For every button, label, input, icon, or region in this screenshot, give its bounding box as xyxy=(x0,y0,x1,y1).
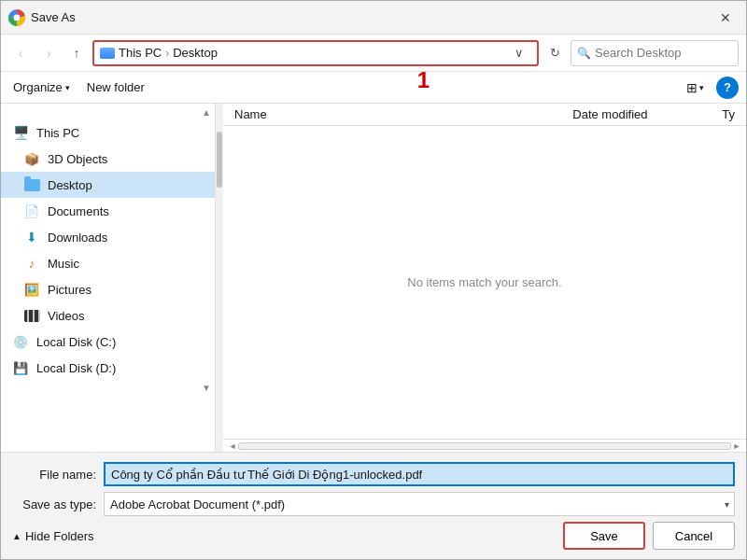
sidebar-label-local-d: Local Disk (D:) xyxy=(36,361,116,375)
new-folder-button[interactable]: New folder xyxy=(82,78,149,96)
address-dropdown-button[interactable]: ∨ xyxy=(507,41,531,65)
this-pc-icon: 🖥️ xyxy=(12,124,29,141)
search-icon: 🔍 xyxy=(577,47,591,60)
sidebar-item-downloads[interactable]: ⬇ Downloads xyxy=(1,224,215,250)
help-button[interactable]: ? xyxy=(716,77,739,99)
sidebar-label-videos: Videos xyxy=(48,309,85,323)
file-area: Name Date modified Ty No items match you… xyxy=(223,104,746,452)
sidebar-label-desktop: Desktop xyxy=(48,178,92,192)
refresh-button[interactable]: ↻ xyxy=(543,41,567,65)
help-label: ? xyxy=(724,80,731,94)
downloads-icon: ⬇ xyxy=(23,229,40,245)
sidebar-label-downloads: Downloads xyxy=(48,231,107,245)
main-area: ▲ 🖥️ This PC 📦 3D Objects xyxy=(1,104,746,452)
cancel-button[interactable]: Cancel xyxy=(653,522,735,550)
breadcrumb-sep1: › xyxy=(165,47,169,60)
sidebar-item-videos[interactable]: Videos xyxy=(1,302,215,329)
save-as-dialog: Save As ✕ ‹ › ↑ This PC › Desktop ∨ ↻ 🔍 … xyxy=(0,0,747,560)
hide-folders-button[interactable]: ▲ Hide Folders xyxy=(12,529,94,543)
organize-label: Organize xyxy=(13,80,63,94)
3d-objects-icon: 📦 xyxy=(23,150,40,167)
organize-button[interactable]: Organize ▾ xyxy=(8,78,75,96)
sidebar-item-local-c[interactable]: 💿 Local Disk (C:) xyxy=(1,329,215,355)
h-scroll-track[interactable] xyxy=(238,442,731,450)
action-row: Organize ▾ New folder ⊞ ▾ ? xyxy=(1,72,746,104)
view-dropdown-icon: ▾ xyxy=(699,83,704,92)
sidebar-scroll-thumb[interactable] xyxy=(217,132,222,188)
videos-icon xyxy=(23,307,40,324)
breadcrumb: This PC › Desktop xyxy=(100,46,218,60)
toolbar-row: ‹ › ↑ This PC › Desktop ∨ ↻ 🔍 xyxy=(1,35,746,72)
sidebar-scroll-up[interactable]: ▲ xyxy=(202,107,211,118)
sidebar-item-documents[interactable]: 📄 Documents xyxy=(1,198,215,224)
close-button[interactable]: ✕ xyxy=(712,7,739,29)
column-name: Name xyxy=(234,107,572,121)
cancel-label: Cancel xyxy=(675,529,712,543)
save-label: Save xyxy=(590,529,618,543)
saveastype-row: Save as type: Adobe Acrobat Document (*.… xyxy=(12,492,735,516)
view-button[interactable]: ⊞ ▾ xyxy=(682,78,709,97)
music-icon: ♪ xyxy=(23,255,40,272)
up-button[interactable]: ↑ xyxy=(64,41,89,65)
sidebar: ▲ 🖥️ This PC 📦 3D Objects xyxy=(1,104,216,452)
column-date: Date modified xyxy=(572,107,722,121)
file-content-empty: No items match your search. xyxy=(223,126,746,439)
sidebar-label-documents: Documents xyxy=(48,204,109,218)
view-icon: ⊞ xyxy=(686,80,698,95)
search-input[interactable] xyxy=(595,46,747,60)
sidebar-item-desktop[interactable]: Desktop xyxy=(1,172,215,198)
save-button[interactable]: Save xyxy=(563,522,645,550)
filename-row: File name: xyxy=(12,462,735,486)
sidebar-item-local-d[interactable]: 💾 Local Disk (D:) xyxy=(1,355,215,381)
saveastype-label: Save as type: xyxy=(12,497,96,511)
action-buttons: Save Cancel xyxy=(563,522,735,550)
title-bar-text: Save As xyxy=(31,10,712,24)
hide-folders-label: Hide Folders xyxy=(25,529,94,543)
sidebar-item-pictures[interactable]: 🖼️ Pictures xyxy=(1,276,215,302)
bottom-area: 2 File name: Save as type: Adobe Acrobat… xyxy=(1,452,746,559)
buttons-row: ▲ Hide Folders Save Cancel xyxy=(12,522,735,550)
horizontal-scrollbar[interactable]: ◄ ► xyxy=(223,439,746,452)
filetype-select-wrapper: Adobe Acrobat Document (*.pdf) ▾ xyxy=(104,492,735,516)
filename-label: File name: xyxy=(12,468,96,482)
sidebar-item-this-pc[interactable]: 🖥️ This PC xyxy=(1,119,215,146)
title-bar: Save As ✕ xyxy=(1,1,746,35)
file-header: Name Date modified Ty xyxy=(223,104,746,126)
scroll-left-arrow[interactable]: ◄ xyxy=(227,441,238,451)
sidebar-label-3d-objects: 3D Objects xyxy=(48,152,107,166)
documents-icon: 📄 xyxy=(23,203,40,219)
breadcrumb-location: Desktop xyxy=(173,46,218,60)
filetype-select[interactable]: Adobe Acrobat Document (*.pdf) xyxy=(104,492,735,516)
forward-button[interactable]: › xyxy=(36,41,61,65)
desktop-folder-icon xyxy=(23,176,40,193)
sidebar-label-local-c: Local Disk (C:) xyxy=(36,335,116,349)
sidebar-item-3d-objects[interactable]: 📦 3D Objects xyxy=(1,146,215,172)
local-d-icon: 💾 xyxy=(12,359,29,376)
sidebar-scrollbar[interactable] xyxy=(216,104,223,452)
sidebar-label-music: Music xyxy=(48,257,79,271)
hide-folders-arrow: ▲ xyxy=(12,531,21,541)
search-box: 🔍 xyxy=(571,40,739,66)
address-bar[interactable]: This PC › Desktop ∨ xyxy=(92,40,539,66)
this-pc-icon xyxy=(100,48,115,59)
sidebar-scroll-down[interactable]: ▼ xyxy=(202,383,211,393)
sidebar-item-music[interactable]: ♪ Music xyxy=(1,250,215,276)
column-type: Ty xyxy=(722,107,735,121)
empty-message: No items match your search. xyxy=(407,275,561,289)
breadcrumb-pc-label: This PC xyxy=(119,46,162,60)
svg-point-2 xyxy=(14,15,20,21)
organize-dropdown-icon: ▾ xyxy=(65,83,70,92)
app-icon xyxy=(8,9,25,26)
filename-input[interactable] xyxy=(104,462,735,486)
new-folder-label: New folder xyxy=(87,80,145,94)
back-button[interactable]: ‹ xyxy=(8,41,33,65)
scroll-right-arrow[interactable]: ► xyxy=(731,441,742,451)
sidebar-label-pictures: Pictures xyxy=(48,283,92,297)
local-c-icon: 💿 xyxy=(12,333,29,350)
sidebar-label-this-pc: This PC xyxy=(36,126,79,140)
pictures-icon: 🖼️ xyxy=(23,281,40,298)
